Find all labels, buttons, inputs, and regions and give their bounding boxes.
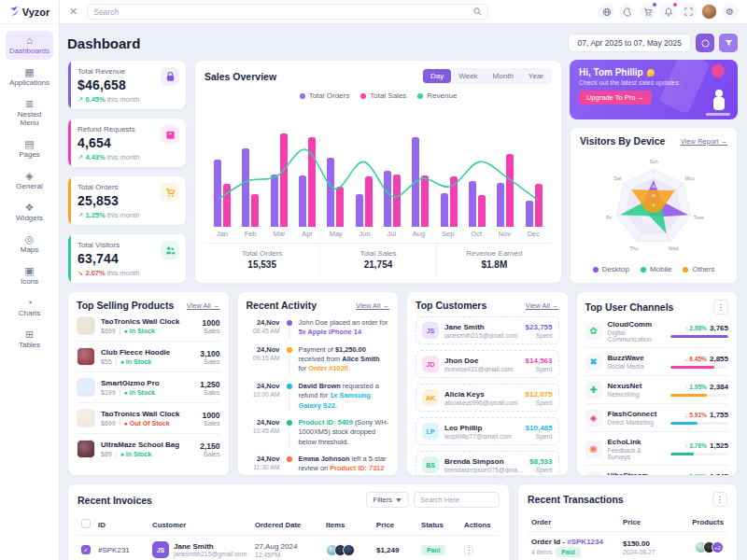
customer-row[interactable]: AK Alicia Keys aliciakeys996@gmail.com $…	[416, 384, 559, 412]
col-items[interactable]: Items	[322, 514, 373, 536]
product-row[interactable]: TaoTronics Wall Clock $699● Out Of Stock…	[77, 403, 220, 434]
transaction-row[interactable]: Order Id - #SPK1234 4 ItemsPaid $150.002…	[528, 532, 727, 560]
more-options-icon[interactable]: ⋮	[713, 300, 728, 315]
channel-name: EchoLink	[608, 438, 666, 446]
bar-total-orders	[327, 158, 334, 227]
channel-row[interactable]: ✚ NexusNet Networking ↑ 1.95%2,384	[585, 376, 729, 404]
bell-icon[interactable]	[660, 4, 676, 20]
col-price[interactable]: Price	[373, 514, 417, 536]
greeting-subtitle: Check out the latest sales updates.	[579, 79, 728, 86]
customer-row[interactable]: JS Jane Smith janesmith215@gmail.com $23…	[416, 316, 559, 344]
user-avatar[interactable]	[701, 4, 717, 20]
customer-row[interactable]: LP Leo Phillip leophillip77@gmail.com $1…	[416, 417, 559, 445]
bar-total-sales	[506, 154, 514, 227]
bar-total-sales	[535, 184, 543, 227]
general-icon: ◈	[25, 171, 33, 181]
customer-row[interactable]: JD Jhon Doe jhondoe431@gmail.com $14,563…	[416, 350, 559, 378]
row-actions-icon[interactable]: ⋮	[464, 545, 473, 555]
sidebar-item-dashboards[interactable]: ⌂Dashboards	[6, 31, 53, 60]
view-all-link[interactable]: View All →	[187, 301, 220, 310]
customer-spent: $10,485	[526, 424, 553, 432]
svg-text:Thu: Thu	[629, 245, 638, 251]
col-products: Products	[679, 513, 727, 532]
col-status[interactable]: Status	[417, 514, 460, 536]
bar-total-orders	[441, 193, 448, 227]
channel-progress	[670, 335, 728, 338]
bar-total-sales	[365, 176, 373, 227]
col-ordered-date[interactable]: Ordered Date	[251, 514, 322, 536]
tab-month[interactable]: Month	[486, 69, 521, 83]
bar-total-sales	[478, 195, 486, 227]
svg-text:Wed: Wed	[669, 245, 679, 251]
activity-text: John Doe placed an order for 5x Apple iP…	[299, 318, 390, 338]
channel-icon: ▲	[585, 471, 602, 477]
channel-name: FlashConnect	[608, 410, 666, 418]
tab-week[interactable]: Week	[451, 69, 485, 83]
tab-year[interactable]: Year	[521, 69, 551, 83]
stat-change: ↗ 4.43% this month	[78, 153, 178, 161]
search-input[interactable]	[93, 7, 473, 17]
clock-button[interactable]	[696, 34, 714, 52]
channel-icon: ✿	[585, 323, 602, 340]
sidebar-item-nested-menu[interactable]: ≣Nested Menu	[6, 94, 53, 132]
sidebar-item-charts[interactable]: ◔Charts	[6, 293, 53, 322]
view-report-link[interactable]: View Report →	[681, 137, 727, 146]
stock-status: ● In Stock	[120, 451, 151, 457]
topbar: ✕ ⚙	[60, 0, 747, 24]
globe-icon[interactable]	[599, 4, 614, 20]
customer-row[interactable]: BS Brenda Simpson brendasimpson075@gmail…	[416, 451, 559, 476]
product-row[interactable]: TaoTronics Wall Clock $699● In Stock 100…	[77, 311, 220, 342]
select-all-checkbox[interactable]	[81, 519, 91, 528]
upgrade-button[interactable]: Upgrade To Pro →	[579, 91, 652, 105]
tab-day[interactable]: Day	[423, 69, 451, 83]
sidebar-item-general[interactable]: ◈General	[6, 166, 53, 195]
filter-button[interactable]	[719, 34, 738, 52]
product-row[interactable]: UltraMaze School Bag $89● In Stock 2,150…	[77, 434, 220, 464]
cart-icon	[161, 183, 179, 202]
status-badge: Paid	[421, 545, 445, 555]
sidebar-item-widgets[interactable]: ❖Widgets	[6, 198, 53, 227]
gear-icon[interactable]: ⚙	[722, 4, 738, 20]
sidebar-item-pages[interactable]: ▤Pages	[6, 134, 53, 163]
col-id[interactable]: ID	[94, 514, 148, 536]
cart-icon[interactable]	[640, 4, 655, 20]
filters-button[interactable]: Filters	[366, 492, 409, 508]
svg-text:40: 40	[652, 183, 656, 188]
sidebar-item-tables[interactable]: ⊞Tables	[6, 325, 53, 354]
invoice-search-input[interactable]	[414, 492, 500, 508]
sales-overview-card: Sales Overview Day Week Month Year Total…	[194, 60, 562, 284]
view-all-link[interactable]: View All →	[526, 301, 559, 310]
view-all-link[interactable]: View All →	[356, 301, 389, 310]
product-row[interactable]: SmartGizmo Pro $199● In Stock 1,250Sales	[77, 372, 220, 403]
channel-row[interactable]: ◈ FlashConnect Direct Marketing ↓ 5.91%1…	[585, 404, 729, 432]
col-actions[interactable]: Actions	[460, 514, 500, 536]
product-row[interactable]: Club Fleece Hoodie $55● In Stock 3,100Sa…	[77, 342, 220, 372]
fullscreen-icon[interactable]	[681, 4, 697, 20]
sidebar-item-maps[interactable]: ◎Maps	[6, 230, 53, 259]
device-legend: DesktopMobileOthers	[580, 265, 727, 273]
more-options-icon[interactable]: ⋮	[712, 492, 727, 507]
col-customer[interactable]: Customer	[148, 514, 251, 536]
sales-summary: Total Orders15,535 Total Sales21,754 Rev…	[204, 243, 552, 276]
transaction-date: 2024-08-27	[623, 549, 675, 555]
channel-row[interactable]: ▲ VibeStream Content Distribution ↑ 0.95…	[585, 466, 729, 476]
channel-row[interactable]: ✖ BuzzWave Social Media ↓ 6.45%2,855	[585, 348, 729, 376]
greeting-title: Hi, Tom Phillip	[579, 67, 643, 77]
channel-row[interactable]: ✿ CloudComm Digital Communication ↑ 2.98…	[585, 315, 729, 348]
cart-badge	[652, 2, 657, 7]
sidebar-item-icons[interactable]: ▣Icons	[6, 261, 53, 290]
invoice-row[interactable]: ✓ #SPK231 JS Jane Smith janesmith215@gma…	[78, 536, 500, 560]
month-label: Feb	[245, 230, 257, 238]
svg-text:20: 20	[652, 192, 656, 197]
moon-icon[interactable]	[619, 4, 635, 20]
invoice-id: #SPK231	[94, 536, 148, 560]
channel-row[interactable]: ◉ EchoLink Feedback & Surveys ↑ 3.76%1,5…	[585, 432, 729, 466]
date-range-picker[interactable]: 07, Apr 2025 to 07, May 2025	[568, 34, 691, 52]
close-icon[interactable]: ✕	[69, 6, 78, 18]
customer-avatar: LP	[422, 423, 439, 440]
sidebar-item-applications[interactable]: ▦Applications	[6, 63, 53, 91]
row-checkbox[interactable]: ✓	[81, 545, 91, 554]
brand-logo[interactable]: Vyzor	[0, 0, 59, 24]
month-label: Sep	[442, 230, 454, 238]
users-icon	[161, 241, 179, 259]
